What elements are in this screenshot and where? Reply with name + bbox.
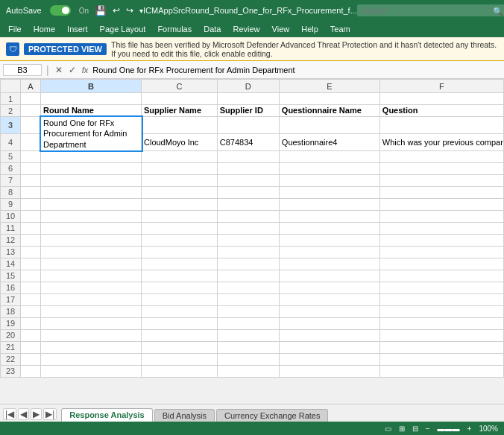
menu-data[interactable]: Data [198,23,226,35]
cell-E2[interactable]: Questionnaire Name [279,105,379,117]
search-input[interactable] [357,4,504,16]
cell-C1[interactable] [142,93,218,105]
cell-A1[interactable] [21,93,41,105]
col-header-C[interactable]: C [142,80,218,93]
cell-D2[interactable]: Supplier ID [217,105,279,117]
table-row: 18 [1,305,504,317]
table-row: 12 [1,234,504,246]
tab-response-analysis[interactable]: Response Analysis [61,408,152,422]
table-row: 8 [1,186,504,198]
undo-icon[interactable]: ↩ [113,5,120,16]
menu-page-layout[interactable]: Page Layout [95,23,151,35]
col-header-D[interactable]: D [217,80,279,93]
protected-view-bar: 🛡 PROTECTED VIEW This file has been veri… [0,37,504,61]
table-row: 20 [1,329,504,341]
table-row: 21 [1,341,504,353]
menu-review[interactable]: Review [227,23,265,35]
cell-A4[interactable] [21,133,41,150]
cell-C2[interactable]: Supplier Name [142,105,218,117]
table-row: 15 [1,270,504,282]
zoom-slider[interactable]: ▬▬▬ [438,425,460,433]
cell-C4[interactable]: CloudMoyo Inc [142,133,218,150]
formula-bar: | ✕ ✓ fx [0,61,504,79]
cell-D1[interactable] [217,93,279,105]
cell-F4[interactable]: Which was your previous company? [379,133,503,150]
formula-input[interactable] [92,66,501,74]
search-icon: 🔍 [493,7,503,16]
table-row: 2 Round Name Supplier Name Supplier ID Q… [1,105,504,117]
table-row: 17 [1,293,504,305]
menu-help[interactable]: Help [296,23,324,35]
formula-separator: | [45,64,51,76]
cell-B2[interactable]: Round Name [41,105,142,117]
cell-D4[interactable]: C874834 [217,133,279,150]
cell-B1[interactable] [41,93,142,105]
table-row: 19 [1,317,504,329]
autosave-label: AutoSave [6,6,42,15]
menu-view[interactable]: View [267,23,295,35]
shield-icon: 🛡 [6,42,19,56]
protected-view-message: This file has been verified by Microsoft… [111,40,498,58]
corner-cell [1,80,21,93]
cell-A3[interactable] [21,117,41,134]
table-row: 1 [1,93,504,105]
cell-F1[interactable] [379,93,503,105]
filename-label: ICMAppSrcRound_Round_One_for_RFx_Procure… [143,6,357,15]
tab-currency-exchange-rates[interactable]: Currency Exchange Rates [216,409,328,422]
autosave-toggle[interactable] [50,5,71,16]
zoom-level: 100% [479,425,498,433]
save-icon[interactable]: 💾 [95,5,107,16]
confirm-formula-button[interactable]: ✓ [67,65,78,75]
zoom-plus-icon[interactable]: + [467,425,472,433]
page-layout-icon[interactable]: ⊞ [399,425,405,433]
col-header-E[interactable]: E [279,80,379,93]
cell-C3[interactable] [142,117,218,134]
status-bar: ▭ ⊞ ⊟ − ▬▬▬ + 100% [0,422,504,435]
redo-icon[interactable]: ↪ [126,5,133,16]
cell-E4[interactable]: Questionnaire4 [279,133,379,150]
cancel-formula-button[interactable]: ✕ [54,65,64,75]
table-row: 6 [1,162,504,174]
tab-bid-analysis[interactable]: Bid Analysis [154,409,215,422]
col-header-B[interactable]: B [41,80,142,93]
menu-team[interactable]: Team [325,23,356,35]
cell-F3[interactable] [379,117,503,134]
normal-view-icon[interactable]: ▭ [385,425,391,433]
table-row: 7 [1,174,504,186]
scroll-area[interactable]: A B C D E F 1 [0,79,504,404]
insert-function-button[interactable]: fx [81,66,90,74]
autosave-state: On [79,7,89,15]
page-break-icon[interactable]: ⊟ [412,425,418,433]
menu-home[interactable]: Home [28,23,60,35]
cell-E3[interactable] [279,117,379,134]
zoom-minus-icon[interactable]: − [426,425,430,433]
menu-insert[interactable]: Insert [62,23,93,35]
menu-bar: File Home Insert Page Layout Formulas Da… [0,21,504,37]
row-num-1: 1 [1,93,21,105]
spreadsheet-table: A B C D E F 1 [0,79,504,378]
table-row: 3 Round One for RFx Procurement for Admi… [1,117,504,134]
cell-B3[interactable]: Round One for RFx Procurement for Admin … [41,117,142,151]
sheet-main: A B C D E F 1 [0,79,504,435]
menu-formulas[interactable]: Formulas [152,23,197,35]
table-row: 14 [1,258,504,270]
cell-F2[interactable]: Question [379,105,503,117]
table-row: 11 [1,222,504,234]
table-row: 16 [1,282,504,293]
sheet-tabs: |◀ ◀ ▶ ▶| Response Analysis Bid Analysis… [0,404,504,422]
col-header-A[interactable]: A [21,80,41,93]
protected-view-label: PROTECTED VIEW [24,43,107,55]
sheet-nav-next[interactable]: ▶ [31,408,42,420]
sheet-nav-last[interactable]: ▶| [43,408,57,420]
cell-D3[interactable] [217,117,279,134]
table-row: 22 [1,353,504,365]
cell-A2[interactable] [21,105,41,117]
table-row: 5 [1,150,504,162]
cell-reference-input[interactable] [3,64,42,76]
row-num-4: 4 [1,133,21,150]
menu-file[interactable]: File [3,23,27,35]
sheet-nav-prev[interactable]: ◀ [18,408,29,420]
col-header-F[interactable]: F [379,80,503,93]
cell-E1[interactable] [279,93,379,105]
sheet-nav-first[interactable]: |◀ [3,408,16,420]
